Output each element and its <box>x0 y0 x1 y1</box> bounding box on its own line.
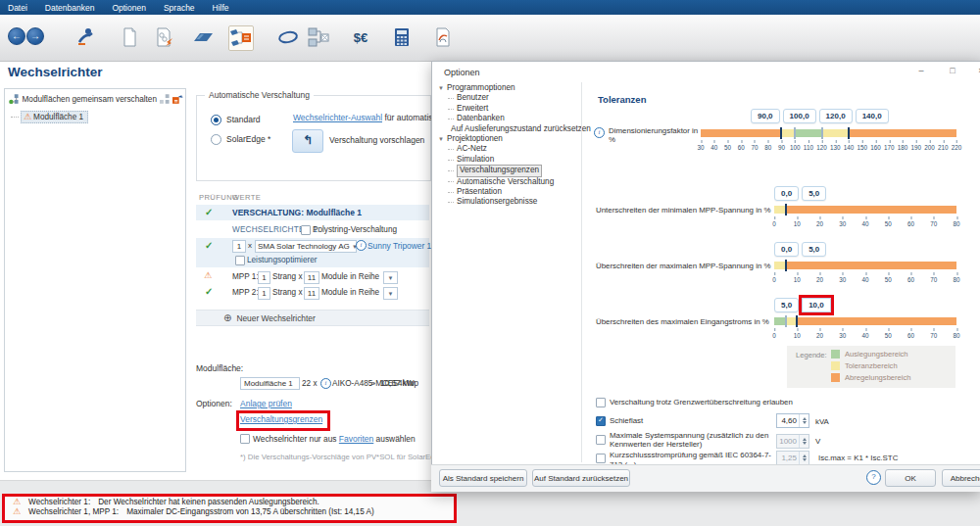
forward-button[interactable]: → <box>26 27 44 45</box>
tolerance-value[interactable]: 100,0 <box>783 109 816 123</box>
max-voltage-checkbox[interactable] <box>596 435 606 445</box>
menu-item-optionen[interactable]: Optionen <box>112 3 146 13</box>
tolerance-value[interactable]: 5,0 <box>802 242 826 257</box>
inverter-count-input[interactable]: 1 <box>232 240 246 253</box>
cancel-button[interactable]: Abbrechen <box>942 469 980 487</box>
tolerance-value[interactable]: 90,0 <box>751 109 780 123</box>
new-project-icon[interactable] <box>118 25 141 49</box>
minimize-button[interactable]: – <box>914 66 928 75</box>
tree-node-datenbanken[interactable]: Datenbanken <box>438 114 581 123</box>
mpp2-dropdown[interactable]: ▼ <box>383 287 398 300</box>
tolerance-value[interactable]: 5,0 <box>774 298 799 312</box>
info-icon[interactable]: i <box>594 127 605 138</box>
dialog-title: Optionen <box>444 68 480 77</box>
maximize-button[interactable]: □ <box>946 66 959 75</box>
manufacturer-select[interactable]: SMA Solar Technology AG ▼ <box>255 240 357 253</box>
schieflast-checkbox[interactable] <box>596 416 606 426</box>
tree-node-programmoptionen[interactable]: ▼Programmoptionen <box>438 83 581 93</box>
tolerance-value[interactable]: 5,0 <box>802 186 826 201</box>
slider-marker[interactable] <box>794 127 796 139</box>
spinner-arrows[interactable] <box>799 414 808 427</box>
new-configuration-icon[interactable] <box>172 94 183 105</box>
back-button[interactable]: ← <box>8 27 25 45</box>
favorites-link[interactable]: Favoriten <box>339 434 373 444</box>
report-icon[interactable] <box>431 25 455 49</box>
radio-standard[interactable] <box>211 115 221 125</box>
short-circuit-spinner[interactable]: 1,25 <box>776 451 809 465</box>
tree-node-automatische-verschaltung[interactable]: Automatische Verschaltung <box>438 177 581 187</box>
short-circuit-checkbox[interactable] <box>596 454 606 463</box>
tree-node-simulationsergebnisse[interactable]: Simulationsergebnisse <box>438 197 581 207</box>
inverter-selection-link[interactable]: Wechselrichter-Auswahl <box>293 113 382 122</box>
save-as-default-button[interactable]: Als Standard speichern <box>439 469 527 487</box>
module-area-name-input[interactable]: Modulfläche 1 <box>240 377 300 390</box>
slider-marker[interactable] <box>780 127 782 139</box>
tree-node-benutzer[interactable]: Benutzer <box>438 93 581 103</box>
tolerance-value[interactable]: 120,0 <box>819 109 853 123</box>
help-button[interactable]: ? <box>866 470 881 485</box>
slider-marker[interactable] <box>848 127 850 139</box>
ok-button[interactable]: OK <box>885 469 936 487</box>
reset-to-default-button[interactable]: Auf Standard zurücksetzen <box>532 469 630 487</box>
tree-node-praesentation[interactable]: Präsentation <box>438 187 581 197</box>
inverter-configuration-icon[interactable] <box>228 25 254 51</box>
max-voltage-spinner[interactable]: 1000 <box>776 434 809 449</box>
slider-track[interactable] <box>701 129 956 137</box>
tariff-calculator-icon[interactable] <box>390 25 414 49</box>
tree-node-zuruecksetzen[interactable]: Auf Auslieferungszustand zurücksetzen <box>438 124 581 134</box>
mpp2-strings-input[interactable]: 1 <box>258 287 270 300</box>
mpp2-modules-input[interactable]: 11 <box>304 287 319 300</box>
suggest-interconnection-icon[interactable]: ↰ <box>292 129 323 153</box>
mpp1-modules-input[interactable]: 11 <box>304 271 319 284</box>
schieflast-spinner[interactable]: 4,60 <box>776 413 809 428</box>
inverter-model-link[interactable]: Sunny Tripower 10 <box>368 241 436 251</box>
cables-icon[interactable] <box>276 25 300 49</box>
spinner-arrows[interactable] <box>799 435 808 448</box>
favorites-only-checkbox[interactable] <box>240 434 250 444</box>
polystring-checkbox[interactable] <box>301 225 311 235</box>
menu-item-sprache[interactable]: Sprache <box>164 3 195 13</box>
tolerance-value[interactable]: 0,0 <box>774 186 799 201</box>
tree-root-row[interactable]: Modulflächen gemeinsam verschalten <box>9 94 183 105</box>
slider-marker[interactable] <box>785 204 787 215</box>
info-icon[interactable]: i <box>356 240 367 251</box>
slider-marker[interactable] <box>821 127 823 139</box>
slider-marker[interactable] <box>796 315 798 327</box>
new-inverter-button[interactable]: ⊕ Neuer Wechselrichter <box>196 310 429 326</box>
system-diagram-icon[interactable] <box>307 25 330 49</box>
radio-solaredge[interactable] <box>211 134 221 145</box>
tree-node-simulation[interactable]: Simulation <box>438 155 581 165</box>
tolerance-value-highlighted[interactable]: 10,0 <box>802 298 831 312</box>
module-areas-icon[interactable] <box>191 25 215 49</box>
tolerance-value[interactable]: 140,0 <box>856 109 889 123</box>
check-system-link[interactable]: Anlage prüfen <box>240 399 292 408</box>
menu-item-datei[interactable]: Datei <box>8 3 27 13</box>
table-row: ✓ VERSCHALTUNG: Modulfläche 1 <box>196 205 429 220</box>
tree-node-ac-netz[interactable]: AC-Netz <box>438 144 581 154</box>
slider-track[interactable] <box>774 262 956 269</box>
tolerance-value[interactable]: 0,0 <box>774 242 799 257</box>
load-project-data-icon[interactable] <box>152 25 175 49</box>
split-areas-icon[interactable] <box>160 94 171 105</box>
slider-marker[interactable] <box>785 260 787 271</box>
spinner-arrows[interactable] <box>799 452 808 464</box>
warning-source: Wechselrichter 1, MPP 1: <box>28 507 119 516</box>
slider-track[interactable] <box>774 317 956 325</box>
tree-item-modulflaeche-1[interactable]: ⚠ Modulfläche 1 <box>11 111 88 123</box>
close-button[interactable]: × <box>974 66 980 75</box>
financing-icon[interactable]: $€ <box>345 25 376 49</box>
slider-marker[interactable] <box>785 315 787 327</box>
tree-node-erweitert[interactable]: Erweitert <box>438 104 581 114</box>
slider-track[interactable] <box>774 206 956 214</box>
tree-node-verschaltungsgrenzen[interactable]: Verschaltungsgrenzen <box>438 165 581 176</box>
info-icon[interactable]: i <box>320 378 331 389</box>
optimizer-checkbox[interactable] <box>235 256 245 265</box>
project-wizard-icon[interactable] <box>74 25 98 49</box>
menu-item-hilfe[interactable]: Hilfe <box>213 3 229 13</box>
tree-node-projektoptionen[interactable]: ▼Projektoptionen <box>438 134 581 144</box>
menu-item-datenbanken[interactable]: Datenbanken <box>45 3 95 13</box>
allow-exceed-checkbox[interactable] <box>596 398 606 407</box>
mpp1-strings-input[interactable]: 1 <box>258 271 270 284</box>
mpp1-dropdown[interactable]: ▼ <box>383 271 398 284</box>
tick-label: 20 <box>816 332 823 339</box>
